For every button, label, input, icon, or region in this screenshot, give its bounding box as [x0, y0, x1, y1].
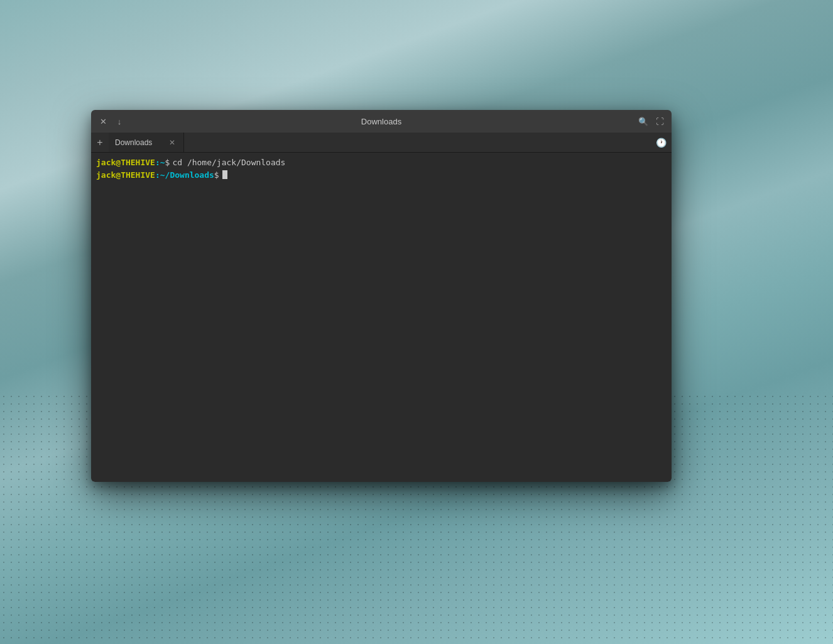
search-button[interactable]: 🔍 — [636, 114, 650, 128]
prompt-path-1: :~ — [155, 156, 165, 169]
close-window-button[interactable]: ✕ — [96, 114, 110, 128]
terminal-cursor — [222, 170, 227, 179]
minimize-window-button[interactable]: ↓ — [112, 114, 126, 128]
title-bar-left-controls: ✕ ↓ — [96, 114, 126, 128]
tab-close-button[interactable]: ✕ — [167, 138, 177, 148]
tab-bar: + Downloads ✕ 🕐 — [91, 133, 672, 153]
prompt-command-1: cd /home/jack/Downloads — [172, 156, 285, 169]
prompt-dollar-1: $ — [165, 156, 170, 169]
prompt-path-2: :~/Downloads — [155, 169, 214, 182]
title-bar-right-controls: 🔍 ⛶ — [636, 114, 667, 128]
prompt-dollar-2: $ — [214, 169, 219, 182]
prompt-user-2: jack@THEHIVE — [96, 169, 155, 182]
tab-bar-right: 🕐 — [654, 133, 672, 152]
fullscreen-button[interactable]: ⛶ — [653, 114, 667, 128]
terminal-line-2: jack@THEHIVE :~/Downloads $ — [96, 169, 667, 182]
tab-downloads[interactable]: Downloads ✕ — [109, 133, 184, 152]
title-bar: ✕ ↓ Downloads 🔍 ⛶ — [91, 110, 672, 133]
new-tab-button[interactable]: + — [91, 133, 109, 152]
prompt-user-1: jack@THEHIVE — [96, 156, 155, 169]
tab-history-button[interactable]: 🕐 — [654, 136, 668, 150]
window-title: Downloads — [361, 117, 401, 126]
terminal-line-1: jack@THEHIVE :~ $ cd /home/jack/Download… — [96, 156, 667, 169]
terminal-window: ✕ ↓ Downloads 🔍 ⛶ + Downloads ✕ 🕐 jack@T… — [91, 110, 672, 482]
tab-label: Downloads — [115, 138, 163, 147]
terminal-body[interactable]: jack@THEHIVE :~ $ cd /home/jack/Download… — [91, 153, 672, 482]
